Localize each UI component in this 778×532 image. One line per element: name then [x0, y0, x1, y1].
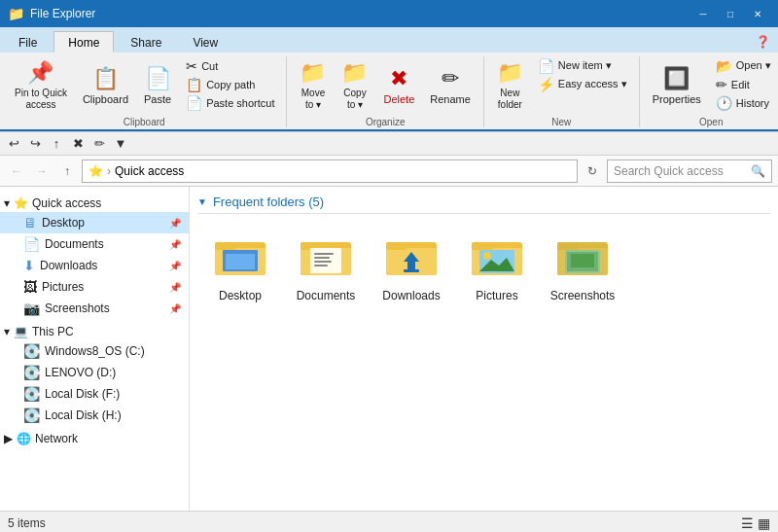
paste-shortcut-button[interactable]: 📄 Paste shortcut: [180, 93, 280, 112]
sidebar-downloads-label: Downloads: [40, 259, 97, 272]
paste-button[interactable]: 📄 Paste: [137, 56, 178, 115]
screenshots-folder-label: Screenshots: [550, 289, 616, 302]
new-small-group: 📄 New item ▾ ⚡ Easy access ▾: [532, 56, 633, 93]
this-pc-header[interactable]: ▾ 💻 This PC: [0, 319, 189, 340]
open-button[interactable]: 📂 Open ▾: [710, 56, 777, 75]
folder-item-desktop[interactable]: Desktop: [201, 228, 279, 309]
screenshots-icon: 📷: [23, 301, 40, 316]
copy-button[interactable]: 📋 Clipboard: [76, 56, 135, 115]
tab-view[interactable]: View: [178, 31, 232, 53]
sidebar-item-d-drive[interactable]: 💽 LENOVO (D:): [0, 362, 189, 383]
easy-access-icon: ⚡: [538, 77, 554, 92]
path-separator: ›: [107, 164, 111, 178]
qa-rename-button[interactable]: ✏: [89, 134, 109, 154]
move-to-button[interactable]: 📁 Moveto ▾: [293, 56, 333, 115]
refresh-button[interactable]: ↻: [582, 160, 603, 182]
folder-item-screenshots[interactable]: Screenshots: [544, 228, 621, 309]
properties-button[interactable]: 🔲 Properties: [646, 56, 708, 115]
pictures-folder-icon: [472, 234, 522, 285]
desktop-icon: 🖥: [23, 215, 37, 231]
qa-delete-button[interactable]: ✖: [68, 134, 88, 154]
easy-access-label: Easy access ▾: [558, 78, 627, 90]
qa-redo-button[interactable]: ↪: [25, 134, 45, 154]
open-small-group: 📂 Open ▾ ✏ Edit 🕐 History: [710, 56, 777, 112]
cut-button[interactable]: ✂ Cut: [180, 56, 280, 75]
tab-home[interactable]: Home: [53, 31, 114, 53]
clipboard-label: Clipboard: [124, 117, 165, 127]
section-title: Frequent folders (5): [213, 195, 324, 209]
qa-up-button[interactable]: ↑: [47, 134, 66, 154]
up-button[interactable]: ↑: [56, 160, 78, 182]
new-item-label: New item ▾: [558, 59, 612, 72]
svg-rect-20: [472, 242, 493, 250]
search-field[interactable]: Search Quick access 🔍: [607, 160, 772, 183]
svg-point-22: [483, 252, 491, 260]
new-label: New: [551, 117, 571, 127]
delete-icon: ✖: [390, 66, 407, 91]
cut-icon: ✂: [186, 58, 197, 74]
sidebar-item-h-drive[interactable]: 💽 Local Disk (H:): [0, 405, 189, 426]
sidebar-item-documents[interactable]: 📄 Documents 📌: [0, 233, 189, 255]
open-icon: 📂: [716, 58, 732, 74]
tab-file[interactable]: File: [4, 31, 52, 53]
close-button[interactable]: ✕: [745, 4, 770, 23]
copy-label: Clipboard: [83, 93, 128, 105]
qa-undo-button[interactable]: ↩: [4, 134, 23, 154]
address-field[interactable]: ⭐ › Quick access: [82, 160, 578, 183]
pictures-folder-label: Pictures: [476, 289, 517, 302]
quick-access-header[interactable]: ▾ ⭐ Quick access: [0, 191, 189, 212]
address-bar: ← → ↑ ⭐ › Quick access ↻ Search Quick ac…: [0, 156, 778, 187]
copy-to-icon: 📁: [341, 60, 368, 86]
move-to-icon: 📁: [300, 60, 326, 86]
sidebar-item-downloads[interactable]: ⬇ Downloads 📌: [0, 255, 189, 276]
grid-view-button[interactable]: ▦: [758, 515, 770, 531]
folder-item-documents[interactable]: Documents: [287, 228, 365, 309]
sidebar-screenshots-label: Screenshots: [45, 301, 110, 315]
tab-bar: File Home Share View ❓: [0, 27, 778, 53]
edit-button[interactable]: ✏ Edit: [710, 75, 777, 93]
clipboard-group-content: 📌 Pin to Quickaccess 📋 Clipboard 📄 Paste…: [8, 56, 280, 115]
back-button[interactable]: ←: [6, 160, 27, 182]
open-label: Open ▾: [736, 59, 771, 72]
title-bar: 📁 File Explorer ─ □ ✕: [0, 0, 778, 27]
edit-label: Edit: [731, 79, 750, 90]
sidebar-desktop-label: Desktop: [42, 216, 85, 230]
history-button[interactable]: 🕐 History: [710, 93, 777, 112]
view-toggle: ☰ ▦: [741, 515, 770, 531]
downloads-pin-icon: 📌: [169, 261, 181, 271]
copy-to-button[interactable]: 📁 Copyto ▾: [335, 56, 374, 115]
copy-to-label: Copyto ▾: [343, 88, 366, 111]
sidebar-item-pictures[interactable]: 🖼 Pictures 📌: [0, 276, 189, 298]
copy-icon: 📋: [92, 66, 119, 91]
ribbon: File Home Share View ❓ 📌 Pin to Quickacc…: [0, 27, 778, 132]
ribbon-content: 📌 Pin to Quickaccess 📋 Clipboard 📄 Paste…: [0, 53, 778, 131]
qa-customize-button[interactable]: ▼: [111, 134, 130, 154]
desktop-pin-icon: 📌: [169, 218, 181, 229]
sidebar-item-desktop[interactable]: 🖥 Desktop 📌: [0, 212, 189, 233]
rename-button[interactable]: ✏ Rename: [423, 56, 477, 115]
maximize-button[interactable]: □: [718, 4, 743, 23]
help-button[interactable]: ❓: [748, 31, 778, 53]
pin-to-quickaccess-button[interactable]: 📌 Pin to Quickaccess: [8, 56, 74, 115]
minimize-button[interactable]: ─: [690, 4, 716, 23]
easy-access-button[interactable]: ⚡ Easy access ▾: [532, 75, 633, 93]
folder-item-pictures[interactable]: Pictures: [458, 228, 536, 309]
copy-path-button[interactable]: 📋 Copy path: [180, 75, 280, 93]
paste-icon: 📄: [145, 66, 171, 91]
copy-path-icon: 📋: [186, 77, 202, 92]
sidebar-item-f-drive[interactable]: 💽 Local Disk (F:): [0, 383, 189, 405]
list-view-button[interactable]: ☰: [741, 515, 754, 531]
network-header[interactable]: ▶ 🌐 Network: [0, 426, 189, 447]
forward-button[interactable]: →: [31, 160, 53, 182]
svg-rect-11: [314, 261, 332, 263]
tab-share[interactable]: Share: [116, 31, 176, 53]
pin-icon: 📌: [27, 60, 53, 86]
sidebar-item-c-drive[interactable]: 💽 Windows8_OS (C:): [0, 340, 189, 362]
history-label: History: [736, 97, 769, 109]
folder-item-downloads[interactable]: Downloads: [372, 228, 450, 309]
d-drive-label: LENOVO (D:): [45, 366, 116, 379]
new-folder-button[interactable]: 📁 Newfolder: [490, 56, 530, 115]
new-item-button[interactable]: 📄 New item ▾: [532, 56, 633, 75]
delete-button[interactable]: ✖ Delete: [376, 56, 421, 115]
sidebar-item-screenshots[interactable]: 📷 Screenshots 📌: [0, 298, 189, 319]
